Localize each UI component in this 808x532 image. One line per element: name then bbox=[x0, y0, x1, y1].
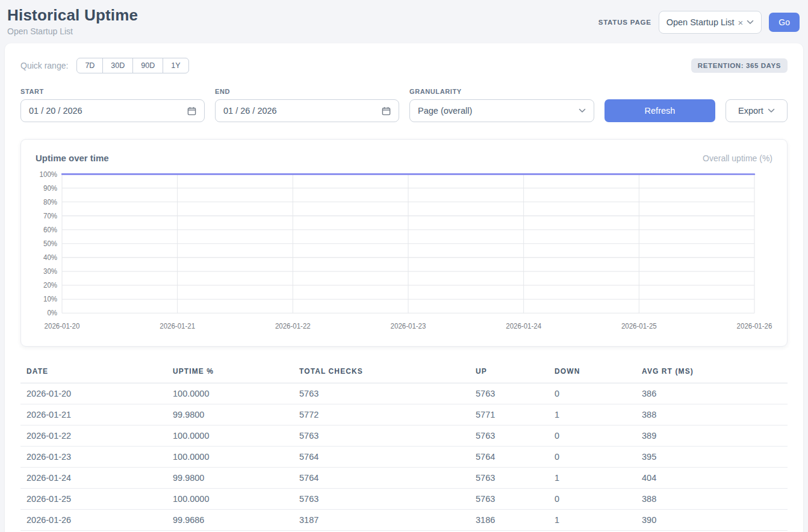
end-date-input[interactable]: 01 / 26 / 2026 bbox=[215, 99, 399, 122]
table-cell: 5763 bbox=[470, 425, 549, 447]
quick-range-30d-button[interactable]: 30D bbox=[102, 58, 133, 73]
start-date-input[interactable]: 01 / 20 / 2026 bbox=[20, 99, 205, 122]
table-cell: 390 bbox=[636, 510, 788, 531]
table-cell: 389 bbox=[636, 425, 788, 447]
start-date-field: START 01 / 20 / 2026 bbox=[20, 88, 205, 122]
calendar-icon bbox=[187, 107, 196, 116]
chart-card: Uptime over time Overall uptime (%) 0%10… bbox=[20, 139, 788, 347]
table-row: 2026-01-20100.0000576357630386 bbox=[20, 383, 788, 404]
table-cell: 2026-01-20 bbox=[20, 383, 167, 404]
x-axis-tick-label: 2026-01-25 bbox=[621, 322, 657, 330]
y-axis-tick-label: 10% bbox=[43, 295, 58, 303]
retention-badge: RETENTION: 365 DAYS bbox=[691, 58, 788, 73]
table-cell: 5763 bbox=[293, 489, 470, 510]
x-axis-tick-label: 2026-01-24 bbox=[506, 322, 541, 330]
table-cell: 2026-01-25 bbox=[20, 489, 167, 510]
export-button-label: Export bbox=[738, 106, 763, 116]
y-axis-tick-label: 80% bbox=[43, 197, 58, 205]
x-axis-tick-label: 2026-01-22 bbox=[275, 322, 311, 330]
status-page-controls: STATUS PAGE Open Startup List × Go bbox=[598, 11, 800, 34]
table-cell: 404 bbox=[636, 468, 788, 489]
x-axis-tick-label: 2026-01-21 bbox=[160, 322, 195, 330]
status-page-select[interactable]: Open Startup List × bbox=[659, 11, 762, 34]
column-header: UPTIME % bbox=[167, 362, 293, 383]
table-cell: 5771 bbox=[470, 404, 549, 425]
chevron-down-icon bbox=[747, 20, 754, 25]
table-cell: 388 bbox=[636, 404, 788, 425]
table-cell: 1 bbox=[549, 468, 636, 489]
quick-range-1y-button[interactable]: 1Y bbox=[163, 58, 188, 73]
table-cell: 5763 bbox=[470, 468, 549, 489]
y-axis-tick-label: 90% bbox=[43, 184, 58, 191]
y-axis-tick-label: 20% bbox=[43, 281, 58, 289]
y-axis-tick-label: 100% bbox=[40, 170, 58, 178]
page-title: Historical Uptime bbox=[7, 6, 138, 25]
table-cell: 2026-01-22 bbox=[20, 425, 167, 447]
end-date-value: 01 / 26 / 2026 bbox=[223, 106, 277, 116]
y-axis-tick-label: 40% bbox=[43, 253, 58, 261]
table-row: 2026-01-2499.9800576457631404 bbox=[20, 468, 788, 489]
granularity-select[interactable]: Page (overall) bbox=[409, 99, 594, 122]
table-header-row: DATEUPTIME %TOTAL CHECKSUPDOWNAVG RT (MS… bbox=[20, 362, 788, 383]
status-page-selected-value: Open Startup List bbox=[667, 17, 735, 27]
table-cell: 395 bbox=[636, 447, 788, 468]
go-button[interactable]: Go bbox=[769, 13, 800, 32]
table-cell: 5764 bbox=[293, 447, 470, 468]
export-button[interactable]: Export bbox=[726, 99, 788, 122]
table-row: 2026-01-2199.9800577257711388 bbox=[20, 404, 788, 425]
end-label: END bbox=[215, 88, 399, 95]
x-axis-tick-label: 2026-01-20 bbox=[45, 322, 80, 330]
start-date-value: 01 / 20 / 2026 bbox=[29, 106, 82, 116]
table-cell: 5763 bbox=[470, 383, 549, 404]
status-page-label: STATUS PAGE bbox=[598, 19, 651, 26]
table-cell: 99.9800 bbox=[167, 404, 293, 425]
start-label: START bbox=[20, 88, 205, 95]
table-cell: 0 bbox=[549, 383, 636, 404]
table-cell: 2026-01-21 bbox=[20, 404, 167, 425]
chart-title: Uptime over time bbox=[36, 153, 109, 163]
table-cell: 5764 bbox=[293, 468, 470, 489]
table-cell: 3187 bbox=[293, 510, 470, 531]
top-bar: Historical Uptime Open Startup List STAT… bbox=[0, 0, 808, 43]
table-cell: 2026-01-26 bbox=[20, 510, 167, 531]
table-cell: 2026-01-24 bbox=[20, 468, 167, 489]
table-row: 2026-01-25100.0000576357630388 bbox=[20, 489, 788, 510]
quick-range-row: Quick range: 7D30D90D1Y RETENTION: 365 D… bbox=[20, 58, 788, 73]
clear-selection-icon[interactable]: × bbox=[738, 18, 744, 27]
x-axis-tick-label: 2026-01-23 bbox=[391, 322, 426, 330]
uptime-table: DATEUPTIME %TOTAL CHECKSUPDOWNAVG RT (MS… bbox=[20, 362, 788, 531]
table-cell: 5772 bbox=[293, 404, 470, 425]
table-cell: 0 bbox=[549, 489, 636, 510]
column-header: UP bbox=[470, 362, 549, 383]
table-head: DATEUPTIME %TOTAL CHECKSUPDOWNAVG RT (MS… bbox=[20, 362, 788, 383]
table-cell: 100.0000 bbox=[167, 447, 293, 468]
table-cell: 5764 bbox=[470, 447, 549, 468]
y-axis-tick-label: 50% bbox=[43, 240, 58, 247]
quick-range-90d-button[interactable]: 90D bbox=[132, 58, 163, 73]
table-cell: 3186 bbox=[470, 510, 549, 531]
table-body: 2026-01-20100.00005763576303862026-01-21… bbox=[20, 383, 788, 531]
table-row: 2026-01-22100.0000576357630389 bbox=[20, 425, 788, 447]
uptime-chart: 0%10%20%30%40%50%60%70%80%90%100%2026-01… bbox=[34, 169, 774, 338]
end-date-field: END 01 / 26 / 2026 bbox=[215, 88, 399, 122]
column-header: DATE bbox=[20, 362, 167, 383]
chart-legend: Overall uptime (%) bbox=[703, 153, 772, 163]
y-axis-tick-label: 30% bbox=[43, 267, 58, 275]
quick-range-7d-button[interactable]: 7D bbox=[76, 58, 103, 73]
refresh-button[interactable]: Refresh bbox=[604, 99, 715, 122]
table-cell: 0 bbox=[549, 425, 636, 447]
page-subtitle: Open Startup List bbox=[7, 26, 138, 36]
y-axis-tick-label: 0% bbox=[47, 309, 57, 317]
chevron-down-icon bbox=[768, 108, 775, 113]
table-cell: 99.9800 bbox=[167, 468, 293, 489]
table-cell: 99.9686 bbox=[167, 510, 293, 531]
filter-fields-row: START 01 / 20 / 2026 END 01 / 26 / 2026 … bbox=[20, 88, 788, 122]
quick-range-label: Quick range: bbox=[20, 61, 68, 70]
table-cell: 100.0000 bbox=[167, 425, 293, 447]
main-panel: Quick range: 7D30D90D1Y RETENTION: 365 D… bbox=[5, 43, 803, 532]
chart-header: Uptime over time Overall uptime (%) bbox=[34, 150, 774, 169]
table-cell: 388 bbox=[636, 489, 788, 510]
table-cell: 2026-01-23 bbox=[20, 447, 167, 468]
y-axis-tick-label: 70% bbox=[43, 212, 58, 220]
granularity-label: GRANULARITY bbox=[409, 88, 594, 95]
